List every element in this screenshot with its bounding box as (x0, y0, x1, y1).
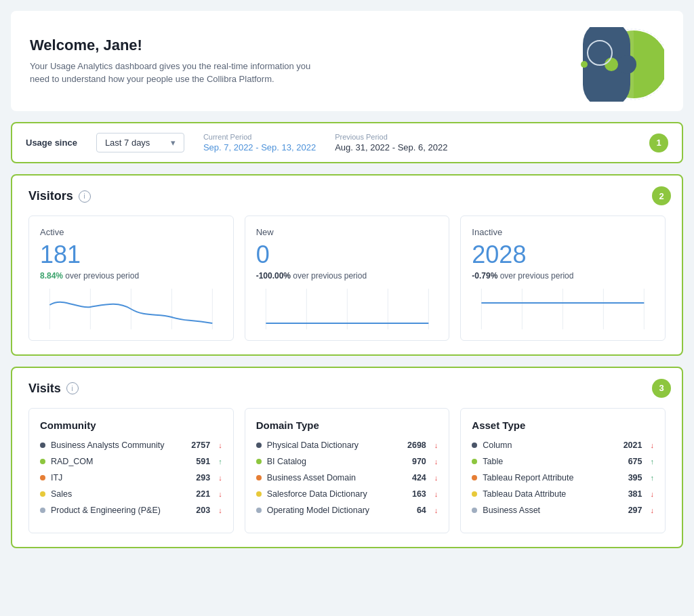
metric-value: 0 (256, 241, 438, 268)
previous-period-group: Previous Period Aug. 31, 2022 - Sep. 6, … (335, 133, 447, 152)
list-item: BI Catalog970↓ (256, 457, 438, 466)
list-item: Tableau Data Attribute381↓ (472, 489, 654, 499)
metric-value: 2028 (472, 241, 654, 268)
list-item: Business Asset Domain424↓ (256, 473, 438, 482)
visit-item-value: 424 (412, 473, 426, 482)
visit-item-name: ITJ (51, 473, 190, 482)
previous-period-dates: Aug. 31, 2022 - Sep. 6, 2022 (335, 142, 447, 152)
previous-period-label: Previous Period (335, 133, 447, 141)
step-badge-3: 3 (652, 379, 671, 398)
trend-down-icon: ↓ (650, 506, 654, 514)
visits-section: Visits i 3 CommunityBusiness Analysts Co… (11, 367, 683, 548)
dot-icon (472, 475, 477, 480)
dot-icon (256, 491, 262, 497)
period-dropdown[interactable]: Last 7 days ▾ (96, 133, 184, 152)
list-item: Business Analysts Community2757↓ (40, 440, 222, 450)
metrics-grid: Active1818.84% over previous periodNew0-… (28, 215, 666, 341)
sparkline (256, 289, 438, 329)
dot-icon (256, 508, 262, 513)
header-text: Welcome, Jane! Your Usage Analytics dash… (30, 37, 314, 86)
visit-item-name: Salesforce Data Dictionary (267, 489, 407, 499)
metric-change: -0.79% over previous period (472, 271, 654, 281)
trend-up-icon: ↑ (650, 457, 654, 466)
visits-card-1: Domain TypePhysical Data Dictionary2698↓… (245, 408, 450, 533)
trend-down-icon: ↓ (434, 490, 438, 498)
dot-icon (472, 508, 477, 513)
visit-item-name: Physical Data Dictionary (267, 440, 402, 450)
visit-item-value: 163 (412, 489, 426, 499)
visits-grid: CommunityBusiness Analysts Community2757… (28, 408, 666, 533)
dot-icon (472, 443, 477, 448)
visit-item-name: Business Analysts Community (51, 440, 186, 450)
visitors-section-header: Visitors i (28, 189, 666, 203)
dot-icon (40, 491, 45, 497)
visit-item-name: Column (483, 440, 617, 450)
metric-card-new: New0-100.00% over previous period (245, 215, 450, 341)
greeting-heading: Welcome, Jane! (30, 37, 314, 54)
visit-item-name: Operating Model Dictionary (267, 506, 411, 515)
list-item: Product & Engineering (P&E)203↓ (40, 506, 222, 515)
header-description: Your Usage Analytics dashboard gives you… (30, 60, 314, 86)
visit-item-value: 381 (628, 489, 642, 499)
visits-title: Visits (28, 382, 61, 396)
visit-item-name: BI Catalog (267, 457, 407, 466)
step-badge-2: 2 (652, 186, 671, 205)
metric-change: -100.00% over previous period (256, 271, 438, 281)
visit-item-value: 970 (412, 457, 426, 466)
trend-down-icon: ↓ (434, 506, 438, 514)
list-item: Operating Model Dictionary64↓ (256, 506, 438, 515)
visits-card-title: Asset Type (472, 419, 654, 431)
metric-label: New (256, 227, 438, 237)
dot-icon (256, 475, 262, 480)
visitors-info-icon[interactable]: i (79, 190, 91, 203)
list-item: ITJ293↓ (40, 473, 222, 482)
visit-item-value: 64 (417, 506, 426, 515)
trend-down-icon: ↓ (650, 441, 654, 449)
illustration-svg (515, 27, 664, 102)
trend-up-icon: ↑ (218, 457, 222, 466)
trend-down-icon: ↓ (218, 441, 222, 449)
visit-item-name: RAD_COM (51, 457, 190, 466)
usage-label: Usage since (26, 138, 77, 148)
dot-icon (40, 459, 45, 464)
visit-item-value: 2021 (624, 440, 642, 450)
list-item: Salesforce Data Dictionary163↓ (256, 489, 438, 499)
metric-card-inactive: Inactive2028-0.79% over previous period (460, 215, 666, 341)
metric-change: 8.84% over previous period (40, 271, 222, 281)
svg-point-1 (617, 55, 636, 74)
dropdown-value: Last 7 days (105, 138, 150, 148)
current-period-label: Current Period (203, 133, 316, 141)
trend-down-icon: ↓ (434, 441, 438, 449)
list-item: RAD_COM591↑ (40, 457, 222, 466)
list-item: Business Asset297↓ (472, 506, 654, 515)
dot-icon (256, 459, 262, 464)
visit-item-name: Product & Engineering (P&E) (51, 506, 190, 515)
sparkline (472, 289, 654, 329)
metric-value: 181 (40, 241, 222, 268)
metric-label: Inactive (472, 227, 654, 237)
svg-point-2 (605, 58, 618, 71)
trend-down-icon: ↓ (218, 490, 222, 498)
visits-info-icon[interactable]: i (66, 382, 79, 394)
list-item: Table675↑ (472, 457, 654, 466)
trend-down-icon: ↓ (218, 474, 222, 482)
dot-icon (256, 443, 262, 448)
visit-item-value: 203 (196, 506, 210, 515)
dot-icon (40, 443, 45, 448)
visits-card-2: Asset TypeColumn2021↓Table675↑Tableau Re… (460, 408, 666, 533)
visit-item-name: Sales (51, 489, 190, 499)
visit-item-name: Tableau Data Attribute (483, 489, 622, 499)
metric-label: Active (40, 227, 222, 237)
visit-item-name: Business Asset Domain (267, 473, 407, 482)
dot-icon (40, 508, 45, 513)
visits-card-0: CommunityBusiness Analysts Community2757… (28, 408, 234, 533)
visits-card-title: Domain Type (256, 419, 438, 431)
visits-card-title: Community (40, 419, 222, 431)
visit-item-value: 591 (196, 457, 210, 466)
current-period-group: Current Period Sep. 7, 2022 - Sep. 13, 2… (203, 133, 316, 152)
visits-section-header: Visits i (28, 382, 666, 396)
visit-item-name: Business Asset (483, 506, 622, 515)
visitors-section: Visitors i 2 Active1818.84% over previou… (11, 174, 683, 356)
dot-icon (472, 491, 477, 497)
visit-item-value: 297 (628, 506, 642, 515)
